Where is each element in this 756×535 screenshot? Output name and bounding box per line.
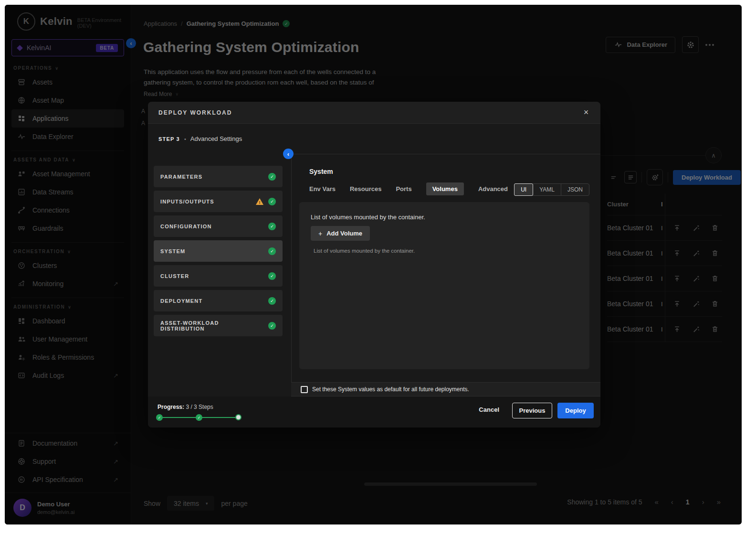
modal-header: DEPLOY WORKLOAD × xyxy=(148,102,600,124)
default-checkbox-label: Set these System values as default for a… xyxy=(312,386,469,393)
mode-json[interactable]: JSON xyxy=(561,183,589,196)
menu-item-inputs-outputs[interactable]: INPUTS/OUTPUTS ! ✓ xyxy=(154,191,283,212)
step-separator: • xyxy=(184,136,186,142)
view-mode-toggle: UI YAML JSON xyxy=(514,183,589,196)
check-circle-icon: ✓ xyxy=(268,247,276,255)
menu-item-asset-workload-distribution[interactable]: ASSET-WORKLOAD DISTRIBUTION ✓ xyxy=(154,315,283,336)
step-indicator: STEP 3 • Advanced Settings xyxy=(158,135,242,142)
menu-item-cluster[interactable]: CLUSTER ✓ xyxy=(154,265,283,287)
screenshot-stage: K Kelvin BETA Environment (DEV) KelvinAI… xyxy=(0,0,756,535)
cancel-button[interactable]: Cancel xyxy=(479,406,499,413)
chevron-left-icon: ‹ xyxy=(287,150,289,158)
panel-tabs: Env Vars Resources Ports Volumes Advance… xyxy=(309,182,508,195)
check-circle-icon: ✓ xyxy=(268,198,276,205)
menu-item-configuration[interactable]: CONFIGURATION ✓ xyxy=(154,215,283,237)
mode-ui[interactable]: UI xyxy=(514,183,533,196)
progress-text: Progress: 3 / 3 Steps xyxy=(158,404,213,410)
step-label: STEP 3 xyxy=(158,136,180,142)
menu-item-system[interactable]: SYSTEM ✓ xyxy=(154,240,283,262)
tab-volumes[interactable]: Volumes xyxy=(426,182,464,195)
progress-step-2-icon: ✓ xyxy=(196,414,202,421)
progress-step-3-icon xyxy=(235,414,242,420)
add-volume-button[interactable]: + Add Volume xyxy=(311,226,370,241)
default-checkbox[interactable] xyxy=(301,386,308,393)
tab-advanced[interactable]: Advanced xyxy=(478,182,508,195)
close-icon[interactable]: × xyxy=(580,107,592,118)
check-circle-icon: ✓ xyxy=(268,297,276,305)
panel-collapse-button[interactable]: ‹ xyxy=(283,149,294,159)
progress-step-1-icon: ✓ xyxy=(156,414,163,421)
check-circle-icon: ✓ xyxy=(268,173,276,181)
modal-settings-menu: PARAMETERS ✓ INPUTS/OUTPUTS ! ✓ CONFIGUR… xyxy=(154,166,283,340)
deploy-workload-modal: DEPLOY WORKLOAD × STEP 3 • Advanced Sett… xyxy=(148,102,600,428)
previous-button[interactable]: Previous xyxy=(512,403,552,418)
panel-title: System xyxy=(309,168,333,175)
tab-resources[interactable]: Resources xyxy=(350,182,381,195)
modal-title: DEPLOY WORKLOAD xyxy=(158,109,580,116)
volumes-description: List of volumes mounted by the container… xyxy=(311,214,425,221)
check-circle-icon: ✓ xyxy=(268,272,276,280)
modal-footer: Progress: 3 / 3 Steps ✓ ✓ Cancel Previou… xyxy=(148,396,600,428)
mode-yaml[interactable]: YAML xyxy=(533,183,561,196)
menu-item-deployment[interactable]: DEPLOYMENT ✓ xyxy=(154,290,283,311)
step-name: Advanced Settings xyxy=(190,135,242,142)
check-circle-icon: ✓ xyxy=(268,322,276,330)
tab-env-vars[interactable]: Env Vars xyxy=(309,182,336,195)
warning-triangle-icon: ! xyxy=(256,198,263,205)
deploy-button[interactable]: Deploy xyxy=(557,403,594,418)
volumes-panel: List of volumes mounted by the container… xyxy=(299,202,589,369)
volumes-helper-text: List of volumes mounted by the container… xyxy=(314,248,415,254)
default-values-row: Set these System values as default for a… xyxy=(291,382,600,396)
check-circle-icon: ✓ xyxy=(268,223,276,230)
menu-item-parameters[interactable]: PARAMETERS ✓ xyxy=(154,166,283,187)
tab-ports[interactable]: Ports xyxy=(396,182,411,195)
plus-icon: + xyxy=(318,230,322,237)
app-window: K Kelvin BETA Environment (DEV) KelvinAI… xyxy=(5,5,742,524)
